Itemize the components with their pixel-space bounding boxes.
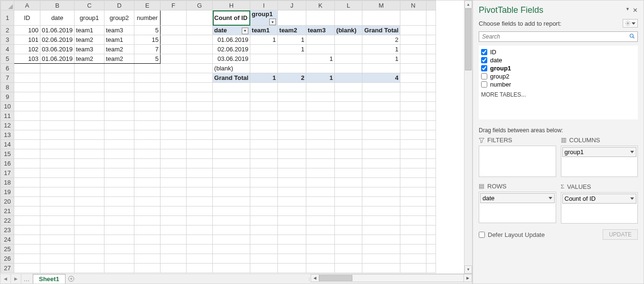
cell[interactable]: 2 xyxy=(278,73,306,83)
cell[interactable] xyxy=(75,121,104,130)
cell[interactable] xyxy=(161,254,187,264)
cell[interactable] xyxy=(187,130,213,140)
cell[interactable] xyxy=(278,83,306,92)
cell[interactable] xyxy=(14,245,40,254)
cell[interactable]: 1 xyxy=(250,73,278,83)
cell[interactable] xyxy=(14,264,40,273)
cell[interactable] xyxy=(335,235,362,245)
row-header[interactable]: 20 xyxy=(1,197,14,206)
cell[interactable] xyxy=(187,245,213,254)
rows-dropzone[interactable]: date xyxy=(479,192,556,223)
row-header[interactable]: 16 xyxy=(1,159,14,168)
cell[interactable] xyxy=(187,35,213,45)
cell[interactable] xyxy=(161,102,187,111)
cell[interactable] xyxy=(40,130,75,140)
cell[interactable]: 03.06.2019 xyxy=(40,45,75,54)
cell[interactable] xyxy=(306,64,335,73)
cell[interactable] xyxy=(213,130,250,140)
value-field-pill[interactable]: Count of ID xyxy=(562,194,637,204)
cell[interactable] xyxy=(187,197,213,206)
cell[interactable]: 2 xyxy=(362,35,400,45)
cell[interactable] xyxy=(400,140,426,149)
cell[interactable] xyxy=(40,178,75,187)
cell[interactable] xyxy=(104,140,134,149)
cell[interactable] xyxy=(400,83,426,92)
scroll-down-arrow-icon[interactable]: ▼ xyxy=(464,265,472,274)
cell[interactable] xyxy=(75,73,104,83)
cell[interactable] xyxy=(187,102,213,111)
cell[interactable] xyxy=(335,111,362,121)
cell[interactable] xyxy=(335,197,362,206)
cell[interactable] xyxy=(213,225,250,235)
cell[interactable]: number xyxy=(134,10,161,26)
cell[interactable] xyxy=(362,187,400,197)
cell[interactable] xyxy=(250,159,278,168)
field-checkbox[interactable] xyxy=(481,49,487,55)
cell[interactable] xyxy=(250,264,278,273)
cell[interactable] xyxy=(104,121,134,130)
cell[interactable] xyxy=(14,121,40,130)
cell[interactable] xyxy=(335,140,362,149)
cell[interactable]: 102 xyxy=(14,45,40,54)
values-area[interactable]: ΣVALUES Count of ID xyxy=(561,182,638,224)
cell[interactable] xyxy=(40,168,75,178)
col-header[interactable]: G xyxy=(187,1,213,10)
cell[interactable] xyxy=(362,149,400,159)
filters-dropzone[interactable] xyxy=(479,146,556,177)
cell[interactable] xyxy=(75,168,104,178)
more-tables-link[interactable]: MORE TABLES... xyxy=(481,88,635,98)
cell[interactable]: 1 xyxy=(362,54,400,64)
cell[interactable] xyxy=(278,111,306,121)
cell[interactable] xyxy=(75,83,104,92)
cell[interactable] xyxy=(400,35,426,45)
cell[interactable] xyxy=(75,216,104,225)
cell[interactable] xyxy=(335,178,362,187)
cell[interactable] xyxy=(40,111,75,121)
cell[interactable] xyxy=(161,26,187,35)
cell[interactable] xyxy=(14,206,40,216)
cell[interactable] xyxy=(400,92,426,102)
cell[interactable] xyxy=(278,264,306,273)
col-header[interactable]: J xyxy=(278,1,306,10)
cell[interactable]: team3 xyxy=(75,45,104,54)
cell[interactable]: 5 xyxy=(134,26,161,35)
cell[interactable] xyxy=(40,159,75,168)
cell[interactable] xyxy=(400,254,426,264)
cell[interactable]: 01.06.2019 xyxy=(40,54,75,64)
cell[interactable] xyxy=(306,130,335,140)
scroll-track[interactable] xyxy=(464,9,472,265)
cell[interactable] xyxy=(362,102,400,111)
column-header-row[interactable]: A B C D E F G H I J K L M N xyxy=(1,1,436,10)
field-checkbox[interactable] xyxy=(481,73,487,79)
cell[interactable] xyxy=(250,206,278,216)
cell[interactable]: 03.06.2019 xyxy=(213,54,250,64)
field-item-date[interactable]: date xyxy=(481,56,635,64)
cell[interactable]: team1 xyxy=(104,35,134,45)
cell[interactable] xyxy=(400,54,426,64)
cell[interactable] xyxy=(134,187,161,197)
cell[interactable] xyxy=(40,235,75,245)
cell[interactable] xyxy=(400,206,426,216)
cell[interactable] xyxy=(75,130,104,140)
cell[interactable] xyxy=(104,111,134,121)
cell[interactable] xyxy=(335,102,362,111)
sheet-tab-active[interactable]: Sheet1 xyxy=(33,274,66,284)
cell[interactable] xyxy=(40,245,75,254)
cell[interactable]: team3 xyxy=(306,26,335,35)
cell[interactable] xyxy=(161,178,187,187)
cell[interactable] xyxy=(14,216,40,225)
cell[interactable] xyxy=(134,264,161,273)
select-all-corner[interactable] xyxy=(1,1,14,10)
cell[interactable] xyxy=(134,130,161,140)
cell[interactable]: group1 xyxy=(75,10,104,26)
cell[interactable] xyxy=(213,140,250,149)
cell[interactable] xyxy=(278,64,306,73)
cell[interactable] xyxy=(306,178,335,187)
cell[interactable] xyxy=(278,254,306,264)
cell[interactable] xyxy=(306,149,335,159)
row-header[interactable]: 18 xyxy=(1,178,14,187)
hscroll-track[interactable] xyxy=(319,274,464,282)
row-header[interactable]: 3 xyxy=(1,35,14,45)
row-header[interactable]: 22 xyxy=(1,216,14,225)
col-header[interactable] xyxy=(426,1,436,10)
